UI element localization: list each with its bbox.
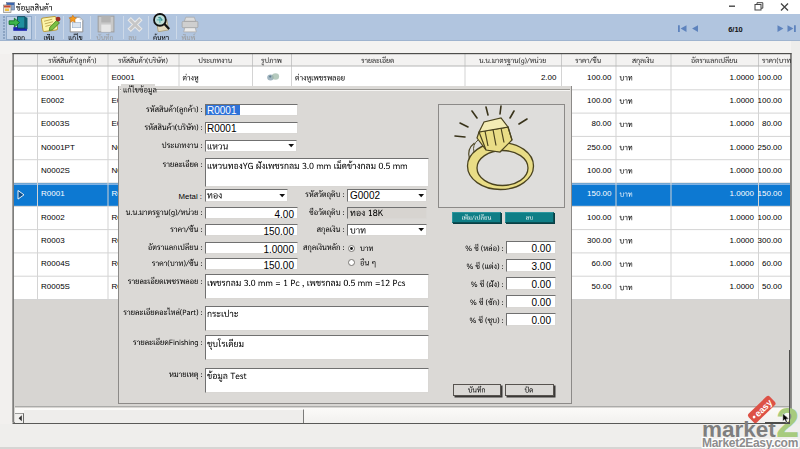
svg-text:Market2Easy.com: Market2Easy.com — [702, 436, 798, 449]
